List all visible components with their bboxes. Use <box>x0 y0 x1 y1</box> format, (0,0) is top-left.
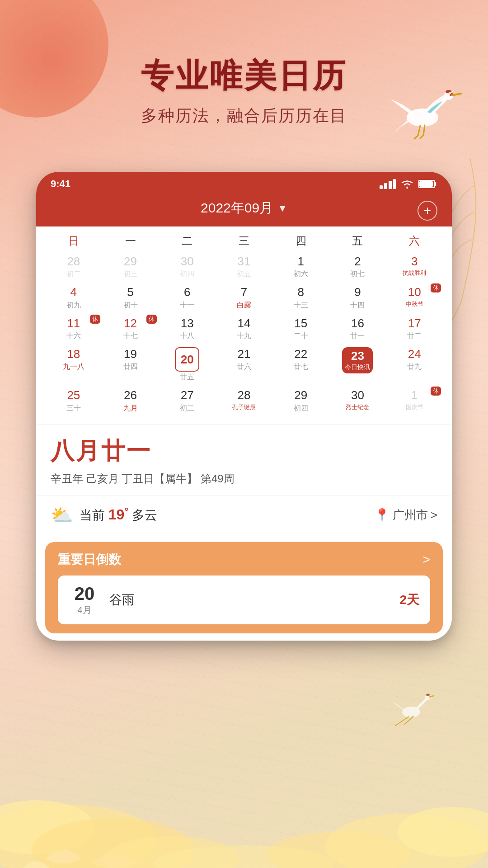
countdown-title: 重要日倒数 <box>58 551 121 568</box>
table-row[interactable]: 16 廿一 <box>329 314 386 343</box>
table-row[interactable]: 6 十一 <box>159 283 216 311</box>
status-bar: 9:41 <box>36 172 452 194</box>
table-row[interactable]: 30 初四 <box>159 252 216 281</box>
table-row[interactable]: 9 十四 <box>329 283 386 311</box>
table-row[interactable]: 14 十九 <box>216 314 272 343</box>
countdown-section: 重要日倒数 > 20 4月 谷雨 2天 <box>45 542 443 633</box>
weekday-wed: 三 <box>216 234 272 248</box>
table-row[interactable]: 22 廿七 <box>272 344 329 384</box>
table-row[interactable]: 18 九一八 <box>45 344 102 384</box>
countdown-days-remaining: 2天 <box>399 591 419 609</box>
table-row[interactable]: 2 初七 <box>329 252 386 281</box>
calendar-month-label: 2022年09月 <box>201 199 273 217</box>
lunar-date: 八月廿一 <box>51 435 437 467</box>
weekday-fri: 五 <box>329 234 386 248</box>
countdown-more-button[interactable]: > <box>423 552 430 567</box>
calendar-body: 日 一 二 三 四 五 六 28 初二 29 初三 30 初四 31 <box>36 226 452 424</box>
table-row[interactable]: 26 九月 <box>102 386 159 415</box>
battery-icon <box>418 179 437 189</box>
table-row[interactable]: 13 十八 <box>159 314 216 343</box>
location-name: 广州市 <box>393 507 428 523</box>
table-row[interactable]: 休 12 十七 <box>102 314 159 343</box>
wifi-icon <box>400 179 414 189</box>
add-event-button[interactable]: + <box>418 201 437 221</box>
crane-icon <box>382 84 463 147</box>
weekday-tue: 二 <box>159 234 216 248</box>
svg-rect-20 <box>419 181 433 187</box>
table-row[interactable]: 21 廿六 <box>216 344 272 384</box>
table-row[interactable]: 30 烈士纪念 <box>329 386 386 415</box>
table-row[interactable]: 24 廿九 <box>386 344 443 384</box>
calendar-grid: 28 初二 29 初三 30 初四 31 初五 1 初六 2 初七 <box>45 252 443 415</box>
calendar-header: 2022年09月 ▼ + <box>36 194 452 226</box>
weather-bar: ⛅ 当前 19° 多云 📍 广州市 > <box>36 495 452 535</box>
location-pin-icon: 📍 <box>374 508 390 523</box>
weather-icon: ⛅ <box>51 505 73 526</box>
table-row[interactable]: 5 初十 <box>102 283 159 311</box>
table-row[interactable]: 4 初九 <box>45 283 102 311</box>
svg-rect-16 <box>384 183 387 189</box>
weather-text: 当前 19° 多云 <box>80 506 157 524</box>
today-cell[interactable]: 23 今日快讯 <box>329 344 386 384</box>
table-row[interactable]: 17 廿二 <box>386 314 443 343</box>
svg-point-14 <box>426 694 430 696</box>
table-row[interactable]: 27 初二 <box>159 386 216 415</box>
table-row[interactable]: 28 初二 <box>45 252 102 281</box>
table-row[interactable]: 7 白露 <box>216 283 272 311</box>
status-icons <box>380 179 437 189</box>
weekday-thu: 四 <box>272 234 329 248</box>
location-arrow: > <box>431 508 437 522</box>
table-row[interactable]: 25 三十 <box>45 386 102 415</box>
phone-mockup: 9:41 2022年09月 ▼ <box>36 172 452 641</box>
weather-location[interactable]: 📍 广州市 > <box>374 507 437 523</box>
table-row[interactable]: 休 1 国庆节 <box>386 386 443 415</box>
table-row[interactable]: 20 廿五 <box>159 344 216 384</box>
table-row[interactable]: 29 初四 <box>272 386 329 415</box>
table-row[interactable]: 3 抗战胜利 <box>386 252 443 281</box>
table-row[interactable]: 31 初五 <box>216 252 272 281</box>
status-time: 9:41 <box>51 178 70 190</box>
countdown-header: 重要日倒数 > <box>58 551 430 568</box>
signal-icon <box>380 179 396 189</box>
weekday-sat: 六 <box>386 234 443 248</box>
svg-rect-17 <box>389 181 392 189</box>
table-row[interactable]: 19 廿四 <box>102 344 159 384</box>
table-row[interactable]: 休 11 十六 <box>45 314 102 343</box>
countdown-day: 20 <box>69 584 100 604</box>
lunar-detail: 辛丑年 己亥月 丁丑日【属牛】 第49周 <box>51 472 437 486</box>
table-row[interactable]: 15 二十 <box>272 314 329 343</box>
weekday-mon: 一 <box>102 234 159 248</box>
lunar-display: 八月廿一 辛丑年 己亥月 丁丑日【属牛】 第49周 <box>36 424 452 495</box>
table-row[interactable]: 28 孔子诞辰 <box>216 386 272 415</box>
table-row[interactable]: 8 十三 <box>272 283 329 311</box>
weather-info: ⛅ 当前 19° 多云 <box>51 505 157 526</box>
countdown-date: 20 4月 <box>69 584 100 616</box>
weekday-header: 日 一 二 三 四 五 六 <box>45 226 443 252</box>
weekday-sun: 日 <box>45 234 102 248</box>
countdown-item[interactable]: 20 4月 谷雨 2天 <box>58 576 430 624</box>
countdown-event-name: 谷雨 <box>109 591 390 609</box>
table-row[interactable]: 29 初三 <box>102 252 159 281</box>
crane-small-icon <box>389 692 434 728</box>
svg-rect-18 <box>393 179 396 189</box>
countdown-month: 4月 <box>69 604 100 616</box>
table-row[interactable]: 休 10 中秋节 <box>386 283 443 311</box>
svg-rect-15 <box>380 185 383 189</box>
table-row[interactable]: 1 初六 <box>272 252 329 281</box>
dropdown-arrow[interactable]: ▼ <box>277 203 287 214</box>
